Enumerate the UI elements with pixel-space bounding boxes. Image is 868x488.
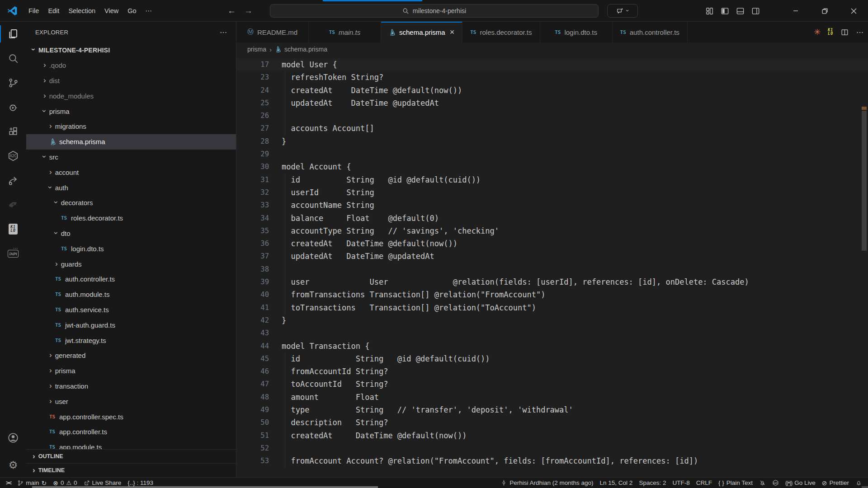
tree-file-app.controller.ts[interactable]: TSapp.controller.ts xyxy=(26,424,236,440)
code-text: balance Float @default(0) xyxy=(282,214,439,223)
activity-source-control[interactable] xyxy=(0,70,26,95)
action-starburst[interactable]: ✳ xyxy=(814,27,821,37)
activity-search[interactable] xyxy=(0,46,26,70)
close-tab-icon[interactable]: × xyxy=(450,28,455,37)
tab-schema.prisma[interactable]: schema.prisma× xyxy=(381,22,462,42)
status-a2c-extension[interactable]: A2C xyxy=(769,478,782,488)
chevron-right-icon: › xyxy=(49,351,52,359)
menu-view[interactable]: View xyxy=(100,5,123,17)
tab-README.md[interactable]: ⓂREADME.md xyxy=(236,22,309,42)
action-split-editor[interactable] xyxy=(840,28,849,37)
action-k1lo-yellow[interactable]: K1LO xyxy=(828,28,833,36)
tree-folder-prisma[interactable]: ›prisma xyxy=(26,363,236,379)
file-tree: ›MILESTONE-4-PERHISI›.qodo›dist›node_mod… xyxy=(26,42,236,449)
status-muted-extension[interactable] xyxy=(756,478,769,488)
toggle-panel-icon[interactable] xyxy=(736,7,745,15)
tree-folder-src[interactable]: ›src xyxy=(26,150,236,165)
tree-file-login.dto.ts[interactable]: TSlogin.dto.ts xyxy=(26,241,236,256)
status-cursor-position[interactable]: Ln 15, Col 2 xyxy=(597,478,636,488)
tree-file-schema.prisma[interactable]: schema.prisma xyxy=(26,134,236,150)
close-window-button[interactable] xyxy=(839,0,868,22)
customize-layout-icon[interactable] xyxy=(705,7,714,15)
restore-button[interactable] xyxy=(810,0,839,22)
section-outline[interactable]: ›OUTLINE xyxy=(26,449,236,463)
tree-file-app.controller.spec.ts[interactable]: TSapp.controller.spec.ts xyxy=(26,409,236,424)
activity-settings[interactable]: ⚙ xyxy=(0,453,26,477)
code-line-41: 41 toTransactions Transaction[] @relatio… xyxy=(236,301,868,314)
tab-login.dto.ts[interactable]: TSlogin.dto.ts xyxy=(540,22,613,42)
tree-folder-generated[interactable]: ›generated xyxy=(26,348,236,363)
explorer-more-actions-icon[interactable]: ⋯ xyxy=(220,28,227,37)
forward-button[interactable]: → xyxy=(244,6,253,16)
tree-folder-account[interactable]: ›account xyxy=(26,164,236,180)
tree-file-app.module.ts[interactable]: TSapp.module.ts xyxy=(26,440,236,449)
menu-go[interactable]: Go xyxy=(123,5,141,17)
typescript-icon: TS xyxy=(329,29,335,35)
status-go-live[interactable]: ((•))Go Live xyxy=(782,478,819,488)
toggle-primary-sidebar-icon[interactable] xyxy=(721,7,729,15)
status-git-blame[interactable]: Perhisi Ardhian (2 months ago) xyxy=(497,478,596,488)
menu-file[interactable]: File xyxy=(24,5,43,17)
tree-folder-guards[interactable]: ›guards xyxy=(26,256,236,272)
code-line-27: 27 accounts Account[] xyxy=(236,122,868,135)
activity-share[interactable] xyxy=(0,168,26,192)
tab-main.ts[interactable]: TSmain.ts xyxy=(309,22,381,42)
status-indentation[interactable]: Spaces: 2 xyxy=(636,478,669,488)
activity-accounts[interactable] xyxy=(0,426,26,450)
activity-qodo[interactable] xyxy=(0,192,26,217)
breadcrumb-folder[interactable]: prisma xyxy=(247,46,266,53)
menu-selection[interactable]: Selection xyxy=(64,5,100,17)
tree-file-auth.service.ts[interactable]: TSauth.service.ts xyxy=(26,302,236,318)
tree-folder-dto[interactable]: ›dto xyxy=(26,226,236,241)
status-prettier[interactable]: ⊘Prettier xyxy=(819,478,852,488)
status-language-mode[interactable]: { }Plain Text xyxy=(715,478,756,488)
tree-file-auth.controller.ts[interactable]: TSauth.controller.ts xyxy=(26,272,236,287)
minimize-button[interactable] xyxy=(781,0,810,22)
tree-folder-.qodo[interactable]: ›.qodo xyxy=(26,58,236,73)
typescript-icon: TS xyxy=(61,246,67,252)
tree-folder-node_modules[interactable]: ›node_modules xyxy=(26,88,236,103)
action-more-actions[interactable]: ⋯ xyxy=(856,28,863,37)
tree-folder-auth[interactable]: ›auth xyxy=(26,180,236,195)
code-text: id String @id @default(cuid()) xyxy=(282,175,481,184)
menu-edit[interactable]: Edit xyxy=(43,5,64,17)
tree-folder-decorators[interactable]: ›decorators xyxy=(26,195,236,211)
line-number: 31 xyxy=(236,174,269,186)
tree-folder-prisma[interactable]: ›prisma xyxy=(26,103,236,119)
activity-k1lo[interactable]: K1LO xyxy=(0,217,26,241)
tree-folder-transaction[interactable]: ›transaction xyxy=(26,379,236,394)
tree-file-auth.module.ts[interactable]: TSauth.module.ts xyxy=(26,287,236,302)
status-eol-sequence[interactable]: CRLF xyxy=(693,478,715,488)
toggle-secondary-sidebar-icon[interactable] xyxy=(751,7,760,15)
status-remote-indicator[interactable]: >< xyxy=(3,478,14,488)
section-timeline[interactable]: ›TIMELINE xyxy=(26,463,236,477)
tab-auth.controller.ts[interactable]: TSauth.controller.ts xyxy=(613,22,688,42)
menu-[interactable]: ⋯ xyxy=(141,5,157,17)
tree-folder-user[interactable]: ›user xyxy=(26,394,236,409)
tree-file-roles.decorator.ts[interactable]: TSroles.decorator.ts xyxy=(26,211,236,226)
tree-root-folder[interactable]: ›MILESTONE-4-PERHISI xyxy=(26,42,236,58)
typescript-icon: TS xyxy=(55,307,61,313)
activity-extensions[interactable] xyxy=(0,119,26,144)
status-encoding[interactable]: UTF-8 xyxy=(669,478,693,488)
activity-a2c-hexagon[interactable]: A2C xyxy=(0,144,26,168)
tree-folder-migrations[interactable]: ›migrations xyxy=(26,119,236,134)
back-button[interactable]: ← xyxy=(227,6,236,16)
line-number: 41 xyxy=(236,301,269,314)
activity-run-debug[interactable] xyxy=(0,95,26,119)
editor-scrollbar[interactable] xyxy=(862,111,867,251)
activity-explorer[interactable] xyxy=(0,22,26,46)
copilot-button[interactable]: › xyxy=(607,4,638,18)
tree-file-jwt-auth.guard.ts[interactable]: TSjwt-auth.guard.ts xyxy=(26,317,236,333)
tree-folder-dist[interactable]: ›dist xyxy=(26,73,236,89)
typescript-icon: TS xyxy=(49,429,55,435)
svg-text:A2C: A2C xyxy=(10,154,17,158)
tab-bar: ⓂREADME.mdTSmain.tsschema.prisma×TSroles… xyxy=(236,22,868,42)
chevron-right-icon: › xyxy=(49,397,52,405)
tree-file-jwt.strategy.ts[interactable]: TSjwt.strategy.ts xyxy=(26,333,236,348)
code-line-33: 33 accountName String xyxy=(236,199,868,211)
tab-roles.decorator.ts[interactable]: TSroles.decorator.ts xyxy=(462,22,540,42)
command-center-search[interactable]: milestone-4-perhisi xyxy=(270,4,599,18)
breadcrumb-file[interactable]: schema.prisma xyxy=(284,46,327,53)
activity-api-client[interactable]: /API xyxy=(0,241,26,266)
